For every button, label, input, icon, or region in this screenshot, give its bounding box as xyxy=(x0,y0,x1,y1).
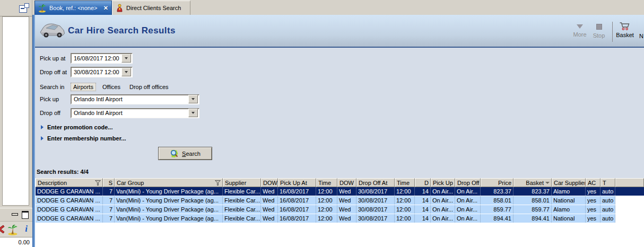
restore-panel-icon[interactable] xyxy=(19,5,27,13)
cell-pickup: On Air... xyxy=(431,205,455,214)
cell-ac: yes xyxy=(586,214,601,223)
result-row[interactable]: DODGE G CARAVAN ... 7 Van(Mini) - Young … xyxy=(36,205,644,214)
chevron-down-icon[interactable] xyxy=(121,68,131,76)
cell-t: auto xyxy=(601,205,615,214)
pickup-at-label: Pick up at xyxy=(40,55,71,61)
search-in-dropoff-offices[interactable]: Drop off offices xyxy=(127,83,171,91)
palm-tree-icon xyxy=(38,4,47,13)
more-button[interactable]: More xyxy=(569,22,591,38)
chevron-down-icon[interactable] xyxy=(121,54,131,63)
more-label: More xyxy=(573,31,586,38)
cell-s: 7 xyxy=(103,187,115,196)
tab-book[interactable]: Book, ref.: <none> ✕ xyxy=(34,1,112,15)
tab-direct-clients-search[interactable]: Direct Clients Search xyxy=(112,1,190,15)
col-label: Time xyxy=(318,180,331,186)
result-row[interactable]: DODGE G CARAVAN ... 7 Van(Mini) - Young … xyxy=(36,214,644,223)
col-dropoff[interactable]: Drop Off xyxy=(455,178,481,187)
back-arrow-icon[interactable] xyxy=(0,225,5,234)
cell-supplier: Flexible Car... xyxy=(223,205,261,214)
cell-dow-pickup: Wed xyxy=(261,214,278,223)
col-s[interactable]: S xyxy=(103,178,115,187)
cell-car-supplier: Alamo xyxy=(552,187,586,196)
sidebar-panel xyxy=(2,16,29,206)
promo-code-expander[interactable]: Enter promotion code... xyxy=(41,124,112,130)
more-arrow-icon xyxy=(577,24,583,29)
minimize-icon[interactable] xyxy=(12,213,18,216)
cell-car-group: Van(Mini) - Young Driver Package (ag... xyxy=(115,196,223,205)
basket-button[interactable]: Basket xyxy=(614,22,636,38)
cell-s: 7 xyxy=(103,205,115,214)
membership-expander[interactable]: Enter membership number... xyxy=(41,135,126,142)
col-car-supplier[interactable]: Car Supplier xyxy=(552,178,586,187)
tab-bar: Book, ref.: <none> ✕ Direct Clients Sear… xyxy=(32,0,644,15)
next-button[interactable]: N xyxy=(637,22,644,39)
cell-time-dropoff: 12:00 xyxy=(395,205,415,214)
col-label: Pick Up At xyxy=(280,180,307,186)
chevron-down-icon[interactable] xyxy=(188,95,198,103)
col-basket[interactable]: Basket xyxy=(514,178,552,187)
result-row[interactable]: DODGE G CARAVAN ... 7 Van(Mini) - Young … xyxy=(36,196,644,205)
cell-dow-dropoff: Wed xyxy=(337,187,356,196)
filter-icon[interactable] xyxy=(215,180,221,186)
pickup-at-dropdown[interactable]: 16/08/2017 12:00 xyxy=(71,53,133,64)
col-ac[interactable]: AC xyxy=(586,178,601,187)
result-row[interactable]: DODGE G CARAVAN ... 7 Van(Mini) - Young … xyxy=(36,187,644,196)
info-icon[interactable]: i xyxy=(25,224,28,234)
col-t[interactable]: T xyxy=(601,178,615,187)
app-window: i 0.00 Book, ref.: <none> ✕ Direct Clien… xyxy=(0,0,644,247)
filter-icon[interactable] xyxy=(95,180,101,186)
results-summary: Search results: 4/4 xyxy=(37,169,89,175)
col-time-dropoff[interactable]: Time xyxy=(395,178,415,187)
col-pickup-at[interactable]: Pick Up At xyxy=(278,178,316,187)
dropoff-at-dropdown[interactable]: 30/08/2017 12:00 xyxy=(71,67,133,77)
stop-label: Stop xyxy=(593,32,605,39)
col-supplier[interactable]: Supplier xyxy=(223,178,261,187)
dropoff-dropdown[interactable]: Orlando Intl Airport xyxy=(71,108,199,118)
col-label: Drop Off xyxy=(457,180,479,186)
col-price[interactable]: Price xyxy=(481,178,514,187)
col-dropoff-at[interactable]: Drop Off At xyxy=(356,178,395,187)
cell-t: auto xyxy=(601,196,615,205)
stop-button[interactable]: Stop xyxy=(589,22,609,39)
maximize-icon[interactable] xyxy=(22,211,29,219)
palm-tree-icon[interactable] xyxy=(7,224,19,236)
cell-pickup-at: 16/08/2017 xyxy=(278,187,316,196)
col-dow-dropoff[interactable]: DOW xyxy=(337,178,356,187)
basket-icon xyxy=(619,22,631,31)
col-label: Description xyxy=(38,180,67,186)
col-label: Supplier xyxy=(225,180,246,186)
search-in-offices[interactable]: Offices xyxy=(100,83,123,91)
col-dow-pickup[interactable]: DOW xyxy=(261,178,278,187)
col-description[interactable]: Description xyxy=(36,178,103,187)
search-in-segmented: Airports Offices Drop off offices xyxy=(71,83,171,91)
close-icon[interactable]: ✕ xyxy=(103,5,108,12)
cell-dropoff: On Air... xyxy=(455,205,481,214)
cell-pickup: On Air... xyxy=(431,214,455,223)
chevron-down-icon[interactable] xyxy=(188,109,198,117)
pickup-dropdown[interactable]: Orlando Intl Airport xyxy=(71,94,199,104)
cell-price: 859.77 xyxy=(481,205,514,214)
col-d[interactable]: D xyxy=(415,178,431,187)
cell-basket: 858.01 xyxy=(514,196,552,205)
cell-s: 7 xyxy=(103,214,115,223)
cell-pickup-at: 16/08/2017 xyxy=(278,214,316,223)
cell-description: DODGE G CARAVAN ... xyxy=(36,214,103,223)
cell-time-dropoff: 12:00 xyxy=(395,187,415,196)
tab-direct-label: Direct Clients Search xyxy=(126,5,181,11)
cell-dropoff-at: 30/08/2017 xyxy=(356,196,395,205)
col-label: Pick Up xyxy=(433,180,453,186)
pickup-at-value: 16/08/2017 12:00 xyxy=(72,55,121,61)
col-pickup[interactable]: Pick Up xyxy=(431,178,455,187)
col-label: S xyxy=(109,180,112,186)
results-grid: Description S Car Group Supplier DOW Pic… xyxy=(36,178,644,223)
col-label: Car Group xyxy=(117,180,144,186)
col-car-group[interactable]: Car Group xyxy=(115,178,223,187)
search-in-airports[interactable]: Airports xyxy=(71,83,96,91)
search-button[interactable]: Search xyxy=(158,147,212,160)
left-sidebar: i 0.00 xyxy=(0,0,32,247)
cell-dropoff-at: 30/08/2017 xyxy=(356,214,395,223)
membership-label: Enter membership number... xyxy=(47,135,126,142)
col-time-pickup[interactable]: Time xyxy=(316,178,337,187)
cell-car-supplier: National xyxy=(552,214,586,223)
expander-arrow-icon xyxy=(41,136,43,140)
